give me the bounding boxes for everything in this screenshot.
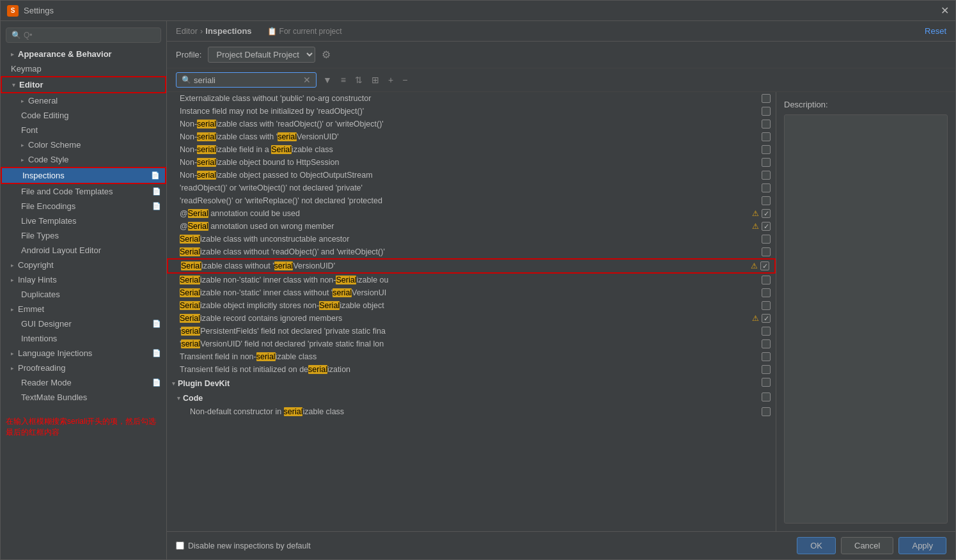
list-item[interactable]: Serializable non-'static' inner class wi… bbox=[167, 286, 776, 299]
sidebar-item-keymap[interactable]: Keymap bbox=[1, 61, 166, 76]
sidebar-item-color-scheme[interactable]: ▸ Color Scheme bbox=[1, 137, 166, 152]
list-item[interactable]: Externalizable class without 'public' no… bbox=[167, 92, 776, 105]
item-checkbox[interactable] bbox=[762, 145, 771, 154]
list-item[interactable]: Serializable class with unconstructable … bbox=[167, 233, 776, 245]
sidebar-item-editor[interactable]: ▾ Editor bbox=[1, 76, 166, 93]
sort-button[interactable]: ≡ bbox=[338, 74, 349, 86]
sidebar-item-label: Appearance & Behavior bbox=[18, 49, 112, 59]
list-item[interactable]: 'readResolve()' or 'writeReplace()' not … bbox=[167, 194, 776, 207]
gear-button[interactable]: ⚙ bbox=[322, 49, 331, 61]
list-item[interactable]: Non-serializable field in a Serializable… bbox=[167, 143, 776, 156]
expand-button[interactable]: ⇅ bbox=[352, 74, 365, 86]
section-checkbox[interactable] bbox=[762, 393, 771, 401]
item-checkbox[interactable] bbox=[762, 94, 771, 103]
sidebar-item-copyright[interactable]: ▸ Copyright bbox=[1, 258, 166, 272]
sidebar-item-intentions[interactable]: Intentions bbox=[1, 331, 166, 346]
sidebar-item-duplicates[interactable]: Duplicates bbox=[1, 287, 166, 302]
sidebar-item-code-style[interactable]: ▸ Code Style bbox=[1, 152, 166, 167]
item-checkbox[interactable] bbox=[762, 183, 771, 192]
item-checkbox[interactable] bbox=[762, 120, 771, 128]
filter-input[interactable] bbox=[194, 75, 301, 85]
sidebar-item-file-types[interactable]: File Types bbox=[1, 228, 166, 243]
item-checkbox[interactable] bbox=[762, 247, 771, 256]
filter-input-wrap[interactable]: 🔍 ✕ bbox=[176, 72, 317, 88]
list-item[interactable]: Serializable class without 'readObject()… bbox=[167, 245, 776, 258]
list-item[interactable]: Non-serializable object passed to Object… bbox=[167, 169, 776, 182]
file-icon: 📄 bbox=[152, 320, 161, 328]
add-button[interactable]: + bbox=[386, 74, 396, 86]
sidebar-item-android-layout[interactable]: Android Layout Editor bbox=[1, 243, 166, 258]
remove-button[interactable]: − bbox=[400, 74, 410, 86]
item-checkbox[interactable] bbox=[762, 196, 771, 205]
sidebar-item-gui-designer[interactable]: GUI Designer 📄 bbox=[1, 316, 166, 331]
list-item[interactable]: 'readObject()' or 'writeObject()' not de… bbox=[167, 182, 776, 194]
sidebar-item-font[interactable]: Font bbox=[1, 123, 166, 137]
list-item[interactable]: @Serial annotation could be used ⚠ bbox=[167, 207, 776, 220]
sidebar-item-language-injections[interactable]: ▸ Language Injections 📄 bbox=[1, 346, 166, 361]
list-item[interactable]: Non-default constructor in serializable … bbox=[167, 405, 776, 418]
item-label: Non-serializable class with 'serialVersi… bbox=[180, 132, 762, 141]
list-item-highlighted[interactable]: Serializable class without 'serialVersio… bbox=[167, 258, 776, 274]
expand-icon: ▸ bbox=[21, 98, 24, 104]
item-checkbox[interactable] bbox=[762, 276, 771, 284]
sidebar-item-inlay-hints[interactable]: ▸ Inlay Hints bbox=[1, 272, 166, 287]
item-checkbox[interactable] bbox=[762, 339, 771, 348]
sidebar-item-code-editing[interactable]: Code Editing bbox=[1, 108, 166, 123]
item-checkbox[interactable] bbox=[760, 261, 769, 270]
list-item[interactable]: Non-serializable object bound to HttpSes… bbox=[167, 156, 776, 169]
sidebar-item-reader-mode[interactable]: Reader Mode 📄 bbox=[1, 375, 166, 390]
item-checkbox[interactable] bbox=[762, 288, 771, 297]
ok-button[interactable]: OK bbox=[797, 537, 836, 554]
list-item[interactable]: Non-serializable class with 'readObject(… bbox=[167, 118, 776, 130]
item-checkbox[interactable] bbox=[762, 314, 771, 323]
footer: Disable new inspections by default OK Ca… bbox=[167, 531, 955, 559]
list-item[interactable]: 'serialPersistentFields' field not decla… bbox=[167, 325, 776, 338]
clear-filter-button[interactable]: ✕ bbox=[303, 75, 311, 85]
item-checkbox[interactable] bbox=[762, 365, 771, 374]
disable-checkbox[interactable] bbox=[176, 541, 184, 550]
filter-button[interactable]: ▼ bbox=[320, 74, 334, 86]
sidebar-item-file-encodings[interactable]: File Encodings 📄 bbox=[1, 199, 166, 214]
sidebar-search-input[interactable] bbox=[24, 31, 155, 40]
item-checkbox[interactable] bbox=[762, 171, 771, 180]
list-item[interactable]: Transient field in non-serializable clas… bbox=[167, 350, 776, 363]
sidebar-search[interactable]: 🔍 bbox=[6, 27, 161, 43]
list-item[interactable]: Serializable non-'static' inner class wi… bbox=[167, 274, 776, 286]
group-button[interactable]: ⊞ bbox=[369, 74, 382, 86]
item-checkbox[interactable] bbox=[762, 235, 771, 244]
list-item[interactable]: Serializable record contains ignored mem… bbox=[167, 312, 776, 325]
item-checkbox[interactable] bbox=[762, 158, 771, 167]
sidebar-item-textmate[interactable]: TextMate Bundles bbox=[1, 390, 166, 405]
sidebar-item-live-templates[interactable]: Live Templates bbox=[1, 214, 166, 228]
item-checkbox[interactable] bbox=[762, 407, 771, 416]
list-item[interactable]: 'serialVersionUID' field not declared 'p… bbox=[167, 338, 776, 350]
breadcrumb-editor: Editor bbox=[176, 26, 198, 36]
close-button[interactable]: ✕ bbox=[941, 4, 949, 17]
item-checkbox[interactable] bbox=[762, 209, 771, 218]
list-item[interactable]: Non-serializable class with 'serialVersi… bbox=[167, 130, 776, 143]
inspection-list: Externalizable class without 'public' no… bbox=[167, 92, 776, 531]
item-checkbox[interactable] bbox=[762, 301, 771, 310]
sidebar-item-emmet[interactable]: ▸ Emmet bbox=[1, 302, 166, 316]
list-item[interactable]: Serializable object implicitly stores no… bbox=[167, 299, 776, 312]
list-item[interactable]: @Serial annotation used on wrong member … bbox=[167, 220, 776, 233]
reset-button[interactable]: Reset bbox=[925, 26, 946, 36]
sidebar-item-inspections[interactable]: Inspections 📄 bbox=[1, 167, 166, 184]
item-checkbox[interactable] bbox=[762, 352, 771, 361]
code-section[interactable]: ▾ Code bbox=[167, 391, 776, 405]
item-checkbox[interactable] bbox=[762, 107, 771, 116]
cancel-button[interactable]: Cancel bbox=[841, 537, 893, 554]
list-item[interactable]: Transient field is not initialized on de… bbox=[167, 363, 776, 376]
sidebar-item-appearance[interactable]: ▸ Appearance & Behavior bbox=[1, 47, 166, 61]
sidebar-item-general[interactable]: ▸ General bbox=[1, 93, 166, 108]
item-checkbox[interactable] bbox=[762, 327, 771, 336]
apply-button[interactable]: Apply bbox=[898, 537, 946, 554]
list-item[interactable]: Instance field may not be initialized by… bbox=[167, 105, 776, 118]
plugin-devkit-section[interactable]: ▾ Plugin DevKit bbox=[167, 376, 776, 391]
sidebar-item-file-code-templates[interactable]: File and Code Templates 📄 bbox=[1, 184, 166, 199]
profile-select[interactable]: Project Default Project bbox=[208, 47, 315, 63]
section-checkbox[interactable] bbox=[762, 378, 771, 387]
item-checkbox[interactable] bbox=[762, 222, 771, 231]
item-checkbox[interactable] bbox=[762, 132, 771, 141]
sidebar-item-proofreading[interactable]: ▸ Proofreading bbox=[1, 361, 166, 375]
